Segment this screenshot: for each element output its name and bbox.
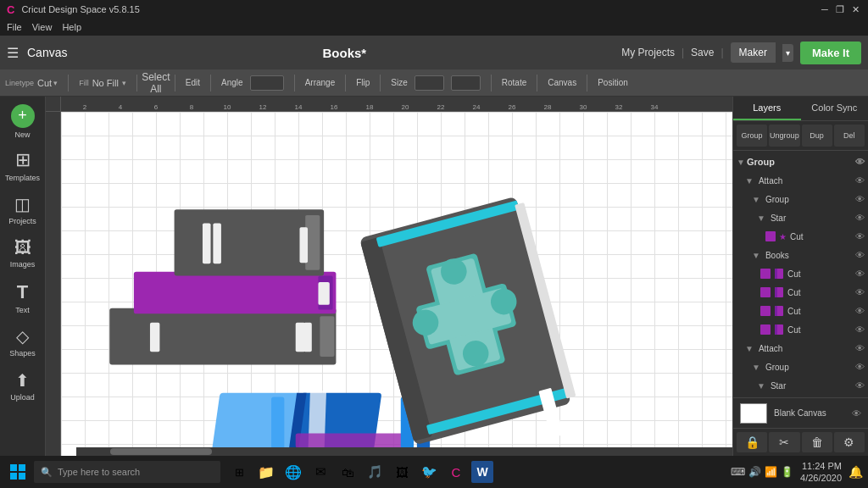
group-button[interactable]: Group	[737, 125, 767, 147]
taskbar-icon-twitter[interactable]: 🐦	[417, 460, 441, 484]
menu-file[interactable]: File	[7, 22, 22, 32]
restore-button[interactable]: ❐	[834, 3, 846, 15]
upload-icon: ⬆	[15, 370, 30, 391]
layer-star-2[interactable]: ▼ Star 👁	[733, 376, 868, 395]
layer-book-cut-3[interactable]: Cut 👁	[733, 302, 868, 320]
layer-group-sub-1[interactable]: ▼ Group 👁	[733, 190, 868, 208]
sidebar-item-upload[interactable]: ⬆ Upload	[3, 364, 43, 407]
ruler-top: 2 4 6 8 10 12 14 16 18 20 22 24 26 28 30…	[61, 97, 732, 112]
panel-bottom-btn-4[interactable]: ⚙	[834, 432, 865, 452]
layer-star-1[interactable]: ▼ Star 👁	[733, 208, 868, 227]
taskbar-icon-music[interactable]: 🎵	[363, 460, 387, 484]
visibility-icon-s2[interactable]: 👁	[855, 380, 865, 391]
blank-canvas-item[interactable]: Blank Canvas 👁	[733, 397, 868, 428]
duplicate-button[interactable]: Dup	[802, 125, 832, 147]
taskbar-icon-photos[interactable]: 🖼	[390, 460, 414, 484]
taskbar-tray: ⌨ 🔊 📶 🔋	[731, 466, 793, 478]
scrollbar-thumb[interactable]	[110, 448, 212, 455]
horizontal-scrollbar[interactable]	[76, 447, 732, 456]
visibility-icon-a1[interactable]: 👁	[855, 175, 865, 186]
book-icon-4	[774, 324, 784, 336]
tab-color-sync[interactable]: Color Sync	[801, 97, 869, 120]
taskview-button[interactable]: ⊞	[227, 460, 251, 484]
sidebar-item-templates[interactable]: ⊞ Templates	[3, 144, 43, 186]
tray-icon-3[interactable]: 📶	[765, 466, 777, 478]
panel-bottom-btn-1[interactable]: 🔒	[737, 432, 767, 452]
visibility-icon-b1[interactable]: 👁	[855, 250, 865, 260]
save-button[interactable]: Save	[691, 47, 714, 58]
layer-books-1[interactable]: ▼ Books 👁	[733, 246, 868, 264]
visibility-icon-bc3[interactable]: 👁	[855, 306, 865, 316]
maker-button[interactable]: Maker	[731, 42, 776, 63]
menu-view[interactable]: View	[32, 22, 53, 32]
size-w-input[interactable]	[415, 75, 444, 91]
visibility-icon-bc4[interactable]: 👁	[855, 324, 865, 335]
linetype-group: Linetype Cut ▾	[5, 78, 58, 88]
book-purple-mark	[318, 282, 329, 305]
my-projects-button[interactable]: My Projects	[621, 47, 675, 58]
menu-help[interactable]: Help	[62, 22, 81, 32]
tray-icon-1[interactable]: ⌨	[731, 466, 745, 478]
ungroup-button[interactable]: Ungroup	[769, 125, 799, 147]
angle-input[interactable]	[250, 75, 284, 91]
taskbar-icon-store[interactable]: 🛍	[336, 460, 359, 484]
sidebar-item-projects[interactable]: ◫ Projects	[3, 188, 43, 230]
layer-attach-1[interactable]: ▼ Attach 👁	[733, 171, 868, 190]
visibility-icon-g1[interactable]: 👁	[855, 157, 865, 167]
layer-group-sub-2[interactable]: ▼ Group 👁	[733, 358, 868, 376]
visibility-icon-bc1[interactable]: 👁	[855, 269, 865, 279]
sidebar-item-images[interactable]: 🖼 Images	[3, 232, 43, 274]
taskbar-clock[interactable]: 11:24 PM 4/26/2020	[800, 460, 842, 485]
titlebar-controls[interactable]: ─ ❐ ✕	[819, 3, 861, 15]
book-top-mark1	[203, 223, 211, 263]
templates-icon: ⊞	[15, 149, 31, 171]
taskbar-icon-explorer[interactable]: 📁	[254, 460, 278, 484]
ruler-tick: 6	[154, 103, 158, 111]
sidebar-item-text[interactable]: T Text	[3, 276, 43, 319]
tray-icon-2[interactable]: 🔊	[748, 466, 761, 478]
canvas-svg[interactable]	[61, 112, 732, 456]
layer-book-cut-1[interactable]: Cut 👁	[733, 264, 868, 283]
make-it-button[interactable]: Make It	[800, 42, 861, 64]
visibility-icon-a2[interactable]: 👁	[855, 343, 865, 353]
sidebar-item-shapes[interactable]: ◇ Shapes	[3, 320, 43, 363]
layer-group-1[interactable]: ▼ Group 👁	[733, 152, 868, 171]
taskbar-icon-cricut[interactable]: C	[444, 460, 468, 484]
layer-book-cut-4[interactable]: Cut 👁	[733, 320, 868, 339]
panel-bottom-btn-2[interactable]: ✂	[769, 432, 799, 452]
canvas-area[interactable]: 2 4 6 8 10 12 14 16 18 20 22 24 26 28 30…	[46, 97, 732, 456]
size-h-input[interactable]	[451, 75, 481, 91]
taskbar-icon-word[interactable]: W	[471, 461, 493, 483]
layer-attach-2[interactable]: ▼ Attach 👁	[733, 339, 868, 358]
canvas-grid[interactable]	[61, 112, 732, 456]
minimize-button[interactable]: ─	[819, 3, 831, 15]
visibility-icon-sc1[interactable]: 👁	[855, 231, 865, 241]
visibility-icon-s1[interactable]: 👁	[855, 213, 865, 223]
hamburger-icon[interactable]: ☰	[7, 45, 19, 61]
separator-5	[294, 75, 295, 92]
visibility-icon-bc2[interactable]: 👁	[855, 287, 865, 297]
tab-layers[interactable]: Layers	[733, 97, 801, 120]
taskbar-icon-edge[interactable]: 🌐	[281, 460, 305, 484]
ruler-tick: 28	[544, 103, 552, 111]
maker-dropdown-button[interactable]: ▾	[782, 44, 793, 62]
taskbar-icon-mail[interactable]: ✉	[309, 460, 332, 484]
separator-10	[587, 75, 587, 92]
ruler-tick: 26	[509, 103, 516, 111]
fill-group: Fill No Fill ▾	[79, 78, 126, 88]
close-button[interactable]: ✕	[849, 3, 861, 15]
delete-button[interactable]: Del	[834, 125, 865, 147]
layer-book-cut-2[interactable]: Cut 👁	[733, 283, 868, 302]
select-all-button[interactable]: Select All	[147, 75, 164, 92]
right-panel: Layers Color Sync Group Ungroup Dup Del …	[732, 97, 868, 456]
action-center-icon[interactable]: 🔔	[849, 465, 863, 479]
layer-star-cut-1[interactable]: ★ Cut 👁	[733, 227, 868, 246]
start-button[interactable]	[5, 459, 31, 485]
search-bar[interactable]: 🔍 Type here to search	[34, 461, 220, 483]
tray-icon-4[interactable]: 🔋	[781, 466, 793, 478]
sidebar-item-new[interactable]: + New	[3, 100, 43, 142]
visibility-icon-gs2[interactable]: 👁	[855, 362, 865, 372]
panel-bottom-btn-3[interactable]: 🗑	[802, 432, 832, 452]
visibility-icon-gs1[interactable]: 👁	[855, 194, 865, 204]
blank-canvas-eye[interactable]: 👁	[852, 408, 861, 419]
